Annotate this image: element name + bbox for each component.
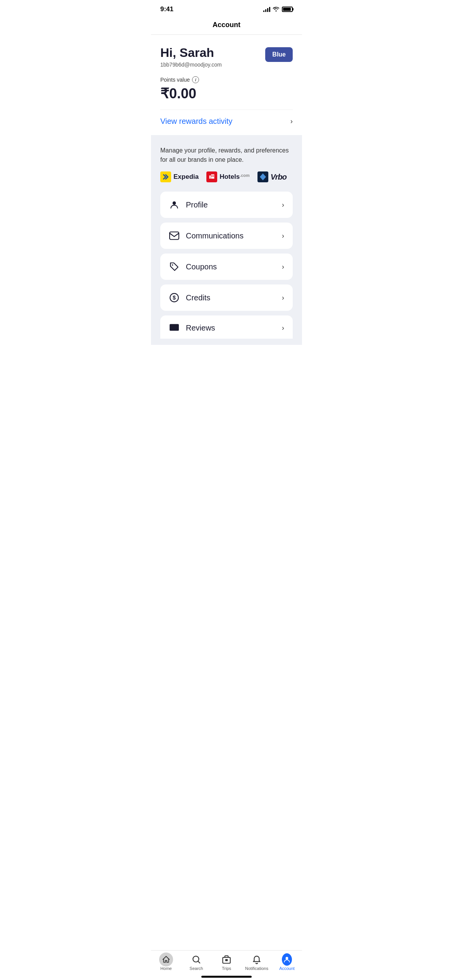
rewards-chevron-icon: ›: [290, 117, 293, 125]
hotels-logo-icon: [206, 171, 217, 182]
user-info: Hi, Sarah 1bb79b6d@moodjoy.com: [160, 46, 222, 68]
svg-rect-3: [211, 175, 214, 179]
menu-item-communications[interactable]: Communications ›: [160, 223, 293, 249]
tag-icon: [169, 261, 180, 272]
page-header: Account: [151, 16, 302, 35]
brand-expedia: Expedia: [160, 171, 199, 182]
svg-rect-13: [170, 324, 179, 331]
expedia-label: Expedia: [173, 173, 199, 181]
vrbo-logo-icon: [257, 171, 268, 182]
menu-item-reviews[interactable]: Reviews ›: [160, 315, 293, 339]
battery-icon: [282, 7, 293, 12]
svg-point-10: [172, 264, 173, 266]
coupons-label: Coupons: [186, 262, 217, 271]
profile-label: Profile: [186, 200, 208, 209]
communications-label: Communications: [186, 231, 244, 240]
svg-rect-9: [170, 232, 179, 240]
svg-rect-5: [213, 175, 214, 176]
menu-list: Profile › Communications ›: [160, 192, 293, 339]
rewards-link-text: View rewards activity: [160, 117, 232, 126]
points-label: Points value i: [160, 76, 293, 83]
menu-item-profile-left: Profile: [169, 199, 208, 210]
svg-rect-2: [209, 175, 211, 178]
hotels-label: Hotels.com: [220, 173, 250, 181]
user-section: Hi, Sarah 1bb79b6d@moodjoy.com Blue Poin…: [151, 35, 302, 135]
brand-hotels: Hotels.com: [206, 171, 250, 182]
vrbo-label: Vrbo: [271, 173, 287, 182]
menu-item-coupons-left: Coupons: [169, 261, 217, 272]
status-icons: [263, 6, 293, 13]
brands-section: Manage your profile, rewards, and prefer…: [151, 135, 302, 345]
info-icon[interactable]: i: [192, 76, 199, 83]
brands-intro: Manage your profile, rewards, and prefer…: [160, 146, 293, 164]
expedia-logo-icon: [160, 171, 171, 182]
mail-icon: [169, 230, 180, 241]
reviews-label: Reviews: [186, 324, 215, 332]
brand-vrbo: Vrbo: [257, 171, 287, 182]
dollar-icon: $: [169, 292, 180, 303]
svg-text:$: $: [173, 295, 176, 301]
credits-label: Credits: [186, 293, 210, 302]
menu-item-profile[interactable]: Profile ›: [160, 192, 293, 218]
coupons-chevron-icon: ›: [282, 263, 284, 271]
reviews-icon: [169, 322, 180, 333]
menu-item-coupons[interactable]: Coupons ›: [160, 254, 293, 280]
points-value: ₹0.00: [160, 86, 293, 102]
tier-badge[interactable]: Blue: [265, 47, 293, 62]
profile-icon: [169, 199, 180, 210]
brands-row: Expedia Hotels.com: [160, 171, 293, 182]
points-section: Points value i ₹0.00: [160, 76, 293, 102]
menu-item-reviews-left: Reviews: [169, 322, 215, 333]
menu-item-credits-left: $ Credits: [169, 292, 210, 303]
user-top: Hi, Sarah 1bb79b6d@moodjoy.com Blue: [160, 46, 293, 68]
status-time: 9:41: [160, 5, 173, 13]
rewards-link[interactable]: View rewards activity ›: [160, 110, 293, 127]
profile-chevron-icon: ›: [282, 201, 284, 209]
user-email: 1bb79b6d@moodjoy.com: [160, 62, 222, 68]
reviews-chevron-icon: ›: [282, 324, 284, 332]
menu-item-credits[interactable]: $ Credits ›: [160, 284, 293, 311]
user-greeting: Hi, Sarah: [160, 46, 222, 60]
svg-rect-4: [211, 175, 213, 176]
svg-point-8: [173, 201, 176, 205]
credits-chevron-icon: ›: [282, 294, 284, 302]
page-title: Account: [213, 21, 240, 29]
wifi-icon: [273, 6, 280, 13]
status-bar: 9:41: [151, 0, 302, 16]
signal-icon: [263, 7, 270, 12]
menu-item-communications-left: Communications: [169, 230, 244, 241]
communications-chevron-icon: ›: [282, 232, 284, 240]
